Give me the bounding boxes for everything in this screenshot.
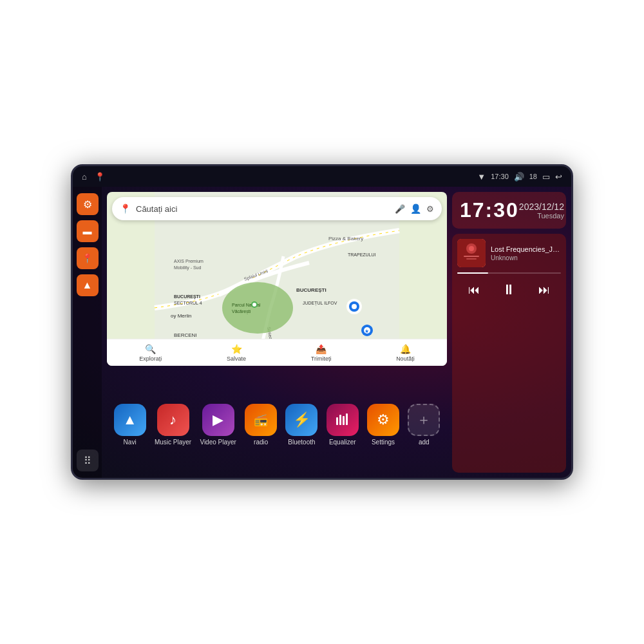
video-player-icon: ▶ xyxy=(202,404,234,436)
apps-grid-icon: ⠿ xyxy=(84,455,91,467)
album-art xyxy=(457,239,486,267)
svg-text:JUDEȚUL ILFOV: JUDEȚUL ILFOV xyxy=(303,301,337,306)
svg-text:Mobility - Sud: Mobility - Sud xyxy=(174,265,202,270)
share-label: Trimiteți xyxy=(311,355,332,362)
right-panel: 17:30 2023/12/12 Tuesday xyxy=(452,187,571,478)
music-artist: Unknown xyxy=(491,254,561,261)
map-nav: 🔍 Explorați ⭐ Salvate 📤 Trimiteți 🔔 Nout… xyxy=(107,339,447,366)
prev-button[interactable]: ⏮ xyxy=(463,281,485,299)
app-equalizer[interactable]: Equalizer xyxy=(327,404,359,446)
music-track-info: Lost Frequencies_Janie... Unknown xyxy=(457,239,561,267)
music-progress-bar[interactable] xyxy=(457,272,561,274)
music-widget: Lost Frequencies_Janie... Unknown ⏮ ⏸ ⏭ xyxy=(452,234,566,473)
svg-text:BUCUREȘTI: BUCUREȘTI xyxy=(296,287,327,293)
svg-rect-32 xyxy=(464,256,479,257)
svg-text:Văcărești: Văcărești xyxy=(232,309,251,314)
explore-icon: 🔍 xyxy=(145,344,156,354)
mic-icon[interactable]: 🎤 xyxy=(395,204,405,214)
search-text: Căutați aici xyxy=(136,204,390,214)
app-music-player[interactable]: ♪ Music Player xyxy=(155,404,191,446)
add-icon: ＋ xyxy=(408,404,440,436)
svg-text:AXIS Premium: AXIS Premium xyxy=(174,259,204,263)
svg-point-31 xyxy=(469,246,474,251)
radio-icon: 📻 xyxy=(245,404,277,436)
next-button[interactable]: ⏭ xyxy=(533,281,555,299)
svg-text:BERCENI: BERCENI xyxy=(174,332,197,338)
widget-clock-time: 17:30 xyxy=(460,198,519,222)
saved-icon: ⭐ xyxy=(231,344,242,354)
news-icon: 🔔 xyxy=(400,344,411,354)
sidebar-apps-btn[interactable]: ⠿ xyxy=(77,450,99,471)
status-right: ▼ 17:30 🔊 18 ▭ ↩ xyxy=(477,172,562,182)
app-add[interactable]: ＋ add xyxy=(408,404,440,446)
google-maps-icon: 📍 xyxy=(120,204,131,214)
map-nav-share[interactable]: 📤 Trimiteți xyxy=(311,344,332,362)
app-bluetooth[interactable]: ⚡ Bluetooth xyxy=(285,404,317,446)
svg-rect-27 xyxy=(343,416,345,425)
clock-date: 2023/12/12 xyxy=(519,202,564,212)
clock-widget: 17:30 2023/12/12 Tuesday xyxy=(452,192,566,229)
map-nav-saved[interactable]: ⭐ Salvate xyxy=(227,344,246,362)
navi-label: Navi xyxy=(124,439,137,446)
share-icon: 📤 xyxy=(316,344,327,354)
svg-rect-25 xyxy=(336,417,338,425)
app-radio[interactable]: 📻 radio xyxy=(245,404,277,446)
svg-rect-26 xyxy=(339,415,341,425)
music-player-label: Music Player xyxy=(155,439,191,446)
app-settings[interactable]: ⚙ Settings xyxy=(367,404,399,446)
nav-icon: ▲ xyxy=(82,279,93,291)
gear-icon: ⚙ xyxy=(83,198,92,211)
clock-time: 17:30 xyxy=(491,173,509,180)
account-icon[interactable]: 👤 xyxy=(410,204,421,214)
pause-button[interactable]: ⏸ xyxy=(497,279,521,301)
svg-text:★: ★ xyxy=(365,328,369,334)
map-container[interactable]: Splaiul Unirii Sosea Berceni Parcul Natu… xyxy=(107,192,447,366)
music-player-icon: ♪ xyxy=(157,404,189,436)
music-progress-fill xyxy=(457,272,488,274)
location-icon: 📍 xyxy=(82,253,93,263)
center-area: Splaiul Unirii Sosea Berceni Parcul Natu… xyxy=(102,187,452,478)
app-grid: ▲ Navi ♪ Music Player ▶ Video Player xyxy=(102,371,452,478)
back-icon[interactable]: ↩ xyxy=(555,172,562,182)
svg-text:oy Merlin: oy Merlin xyxy=(171,313,191,319)
bluetooth-label: Bluetooth xyxy=(288,439,315,446)
car-display: ⌂ 📍 ▼ 17:30 🔊 18 ▭ ↩ ⚙ ▬ 📍 ▲ xyxy=(71,164,573,480)
music-controls: ⏮ ⏸ ⏭ xyxy=(457,279,561,301)
svg-text:SECTORUL 4: SECTORUL 4 xyxy=(174,301,202,305)
volume-icon[interactable]: 🔊 xyxy=(514,172,524,182)
signal-icon: ▼ xyxy=(477,172,486,182)
sidebar-nav-btn[interactable]: ▲ xyxy=(77,274,99,296)
svg-text:TRAPEZULUI: TRAPEZULUI xyxy=(348,252,376,257)
settings-icon[interactable]: ⚙ xyxy=(426,204,434,214)
svg-rect-28 xyxy=(346,413,348,425)
app-navi[interactable]: ▲ Navi xyxy=(114,404,146,446)
map-search-bar[interactable]: 📍 Căutați aici 🎤 👤 ⚙ xyxy=(112,197,442,220)
battery-level: 18 xyxy=(529,173,537,180)
saved-label: Salvate xyxy=(227,355,246,362)
sidebar-files-btn[interactable]: ▬ xyxy=(77,220,99,242)
svg-point-3 xyxy=(222,282,293,334)
files-icon: ▬ xyxy=(83,226,92,236)
svg-text:BUCUREȘTI: BUCUREȘTI xyxy=(174,294,200,299)
svg-point-7 xyxy=(252,303,256,307)
sidebar-settings-btn[interactable]: ⚙ xyxy=(77,193,99,215)
explore-label: Explorați xyxy=(139,355,162,362)
app-video-player[interactable]: ▶ Video Player xyxy=(200,404,236,446)
svg-text:Pizza & Bakery: Pizza & Bakery xyxy=(328,236,363,242)
equalizer-icon xyxy=(327,404,359,436)
status-left: ⌂ 📍 xyxy=(82,172,105,182)
add-label: add xyxy=(419,439,430,446)
svg-rect-33 xyxy=(466,258,477,260)
home-icon[interactable]: ⌂ xyxy=(82,172,87,182)
clock-day: Tuesday xyxy=(519,212,564,220)
map-nav-explore[interactable]: 🔍 Explorați xyxy=(139,344,162,362)
map-nav-news[interactable]: 🔔 Noutăți xyxy=(396,344,415,362)
status-bar: ⌂ 📍 ▼ 17:30 🔊 18 ▭ ↩ xyxy=(73,166,571,187)
sidebar: ⚙ ▬ 📍 ▲ ⠿ xyxy=(73,187,102,478)
sidebar-location-btn[interactable]: 📍 xyxy=(77,247,99,269)
svg-point-19 xyxy=(352,304,357,309)
maps-icon[interactable]: 📍 xyxy=(95,172,105,182)
video-player-label: Video Player xyxy=(200,439,236,446)
music-title: Lost Frequencies_Janie... xyxy=(491,245,561,253)
equalizer-label: Equalizer xyxy=(329,439,356,446)
